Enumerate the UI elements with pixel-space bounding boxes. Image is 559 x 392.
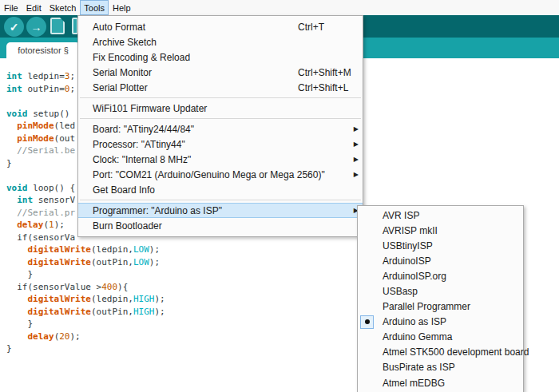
- menu-item-get-board-info[interactable]: Get Board Info: [78, 182, 363, 197]
- arrow-right-icon: →: [31, 21, 42, 34]
- menu-item-programmer-arduino-as-isp[interactable]: Programmer: "Arduino as ISP"▶: [78, 203, 363, 218]
- menubar-item-sketch[interactable]: Sketch: [46, 0, 81, 15]
- programmer-option-label: Atmel STK500 development board: [358, 346, 529, 358]
- menu-item-label: Get Board Info: [78, 184, 155, 196]
- upload-button[interactable]: →: [26, 17, 46, 37]
- code-line: if(sensorValue >400){: [6, 281, 165, 294]
- menu-item-serial-monitor[interactable]: Serial MonitorCtrl+Shift+M: [78, 65, 363, 80]
- menu-separator: [80, 97, 361, 98]
- programmer-option-label: AVRISP mkII: [358, 225, 438, 236]
- menu-item-clock-internal-8-mhz[interactable]: Clock: "Internal 8 MHz"▶: [78, 152, 363, 167]
- programmer-option-avr-isp[interactable]: AVR ISP: [358, 208, 523, 223]
- menubar-item-tools[interactable]: Tools: [80, 0, 109, 15]
- programmer-option-label: Parallel Programmer: [358, 301, 470, 312]
- code-line: digitalWrite(ledpin,LOW);: [6, 244, 165, 256]
- submenu-arrow-icon: ▶: [354, 125, 359, 133]
- new-sketch-button[interactable]: [50, 18, 65, 34]
- menu-item-burn-bootloader[interactable]: Burn Bootloader: [78, 218, 363, 233]
- menu-item-label: Serial Monitor: [78, 67, 152, 78]
- menu-item-label: Port: "COM21 (Arduino/Genuino Mega or Me…: [78, 169, 325, 180]
- selected-radio-icon: [360, 315, 374, 329]
- programmer-option-usbasp[interactable]: USBasp: [358, 283, 523, 299]
- menubar: FileEditSketchToolsHelp: [0, 0, 559, 15]
- code-line: digitalWrite(outPin,LOW);: [6, 256, 165, 269]
- menu-item-label: Auto Format: [78, 22, 145, 33]
- menu-item-label: Processor: "ATtiny44": [78, 139, 185, 150]
- menu-item-shortcut: Ctrl+T: [298, 22, 324, 33]
- menu-separator: [80, 118, 361, 119]
- code-line: delay(20);: [6, 331, 165, 343]
- menu-item-label: Programmer: "Arduino as ISP": [78, 205, 222, 216]
- menu-item-label: Burn Bootloader: [78, 220, 162, 232]
- programmer-option-avrisp-mkii[interactable]: AVRISP mkII: [358, 223, 523, 238]
- programmer-option-parallel-programmer[interactable]: Parallel Programmer: [358, 299, 523, 315]
- menubar-item-file[interactable]: File: [0, 0, 22, 15]
- programmer-option-atmel-stk500-development-board[interactable]: Atmel STK500 development board: [358, 345, 523, 360]
- programmer-option-usbtinyisp[interactable]: USBtinyISP: [358, 238, 523, 253]
- menu-item-label: Clock: "Internal 8 MHz": [78, 154, 191, 165]
- programmer-option-label: AVR ISP: [358, 210, 419, 221]
- programmer-option-label: USBasp: [358, 286, 418, 297]
- programmer-option-buspirate-as-isp[interactable]: BusPirate as ISP: [358, 360, 523, 375]
- menu-item-label: Serial Plotter: [78, 82, 148, 93]
- radio-dot-icon: [365, 319, 370, 324]
- tools-menu-dropdown: Auto FormatCtrl+TArchive SketchFix Encod…: [77, 15, 363, 237]
- programmer-option-label: ArduinoISP.org: [358, 271, 446, 282]
- code-line: digitalWrite(outPin,HIGH);: [6, 306, 165, 319]
- code-line: }: [6, 343, 165, 355]
- menu-item-fix-encoding-reload[interactable]: Fix Encoding & Reload: [78, 49, 363, 65]
- menu-item-shortcut: Ctrl+Shift+L: [298, 82, 348, 93]
- menu-item-port-com21-arduino-genuino-mega-or-mega-2560[interactable]: Port: "COM21 (Arduino/Genuino Mega or Me…: [78, 167, 363, 182]
- tab-fotoresistor[interactable]: fotoresistor §: [6, 42, 80, 58]
- programmer-option-label: ArduinoISP: [358, 255, 431, 267]
- submenu-arrow-icon: ▶: [354, 141, 359, 148]
- menu-item-label: WiFi101 Firmware Updater: [78, 103, 207, 114]
- menubar-item-help[interactable]: Help: [109, 0, 135, 15]
- programmer-option-label: BusPirate as ISP: [358, 362, 455, 373]
- programmer-option-arduino-as-isp[interactable]: Arduino as ISP: [358, 315, 523, 330]
- menu-separator: [80, 200, 361, 200]
- menu-item-processor-attiny44[interactable]: Processor: "ATtiny44"▶: [78, 137, 363, 152]
- programmer-option-arduinoisp[interactable]: ArduinoISP: [358, 253, 523, 268]
- check-icon: ✓: [10, 21, 19, 34]
- code-line: digitalWrite(ledpin,HIGH);: [6, 293, 165, 306]
- verify-button[interactable]: ✓: [4, 17, 24, 37]
- code-line: }: [6, 318, 165, 331]
- page-fold-icon: [60, 18, 65, 22]
- programmer-option-label: Atmel mEDBG: [358, 378, 445, 389]
- submenu-arrow-icon: ▶: [354, 171, 359, 178]
- submenu-arrow-icon: ▶: [354, 156, 359, 163]
- code-line: }: [6, 268, 165, 281]
- tab-label: fotoresistor §: [18, 46, 69, 55]
- programmer-submenu: AVR ISPAVRISP mkIIUSBtinyISPArduinoISPAr…: [357, 205, 524, 392]
- programmer-option-arduino-gemma[interactable]: Arduino Gemma: [358, 330, 523, 345]
- programmer-option-atmel-medbg[interactable]: Atmel mEDBG: [358, 375, 523, 390]
- menu-item-shortcut: Ctrl+Shift+M: [298, 67, 351, 78]
- programmer-option-arduinoisp-org[interactable]: ArduinoISP.org: [358, 268, 523, 283]
- menu-item-board-attiny24-44-84[interactable]: Board: "ATtiny24/44/84"▶: [78, 121, 363, 137]
- menu-item-label: Fix Encoding & Reload: [78, 52, 190, 63]
- menu-item-label: Archive Sketch: [78, 37, 157, 48]
- programmer-option-label: Arduino Gemma: [358, 331, 452, 343]
- menu-item-serial-plotter[interactable]: Serial PlotterCtrl+Shift+L: [78, 80, 363, 95]
- arduino-ide-window: FileEditSketchToolsHelp ✓ → fotoresistor…: [0, 0, 559, 392]
- programmer-option-label: USBtinyISP: [358, 240, 433, 251]
- menu-item-label: Board: "ATtiny24/44/84": [78, 124, 194, 135]
- menu-item-archive-sketch[interactable]: Archive Sketch: [78, 34, 363, 49]
- menu-item-auto-format[interactable]: Auto FormatCtrl+T: [78, 19, 363, 34]
- menu-item-wifi101-firmware-updater[interactable]: WiFi101 Firmware Updater: [78, 101, 363, 116]
- menubar-item-edit[interactable]: Edit: [22, 0, 46, 15]
